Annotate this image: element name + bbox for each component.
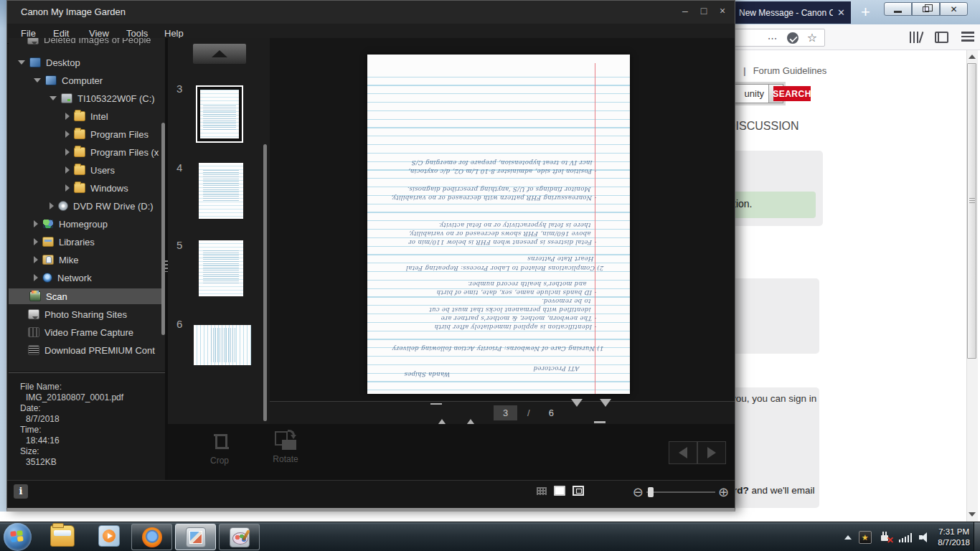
taskbar: ★ ✕ 7:31 PM 8/7/2018	[0, 522, 980, 551]
menu-file[interactable]: File	[21, 28, 36, 39]
tree-item-c-drive[interactable]: TI105322W0F (C:)	[9, 90, 166, 106]
wifi-signal-icon[interactable]	[899, 532, 913, 542]
zoom-slider-handle[interactable]	[648, 487, 654, 497]
bookmark-star-icon[interactable]: ☆	[807, 31, 817, 44]
page-thumbnail-4[interactable]	[199, 163, 243, 219]
zoom-out-icon[interactable]: ⊖	[633, 484, 644, 500]
expander-closed-icon[interactable]	[65, 166, 70, 174]
tree-item-desktop[interactable]: Desktop	[9, 55, 166, 70]
previous-image-button[interactable]	[669, 441, 697, 464]
expander-closed-icon[interactable]	[65, 149, 70, 156]
preview-area: ATI Proctored Wanda Shipes 1) Nursing Ca…	[270, 38, 735, 401]
tree-item-photo-sharing[interactable]: Photo Sharing Sites	[9, 306, 166, 322]
browser-minimize-button[interactable]	[884, 2, 912, 16]
expander-open-icon[interactable]	[18, 60, 25, 65]
tree-item-clipped[interactable]: Deleted Images of People	[9, 38, 166, 47]
page-thumbnail-3[interactable]	[196, 85, 243, 143]
crop-button[interactable]: Crop	[191, 428, 248, 474]
tree-item-computer[interactable]: Computer	[9, 72, 166, 88]
size-value: 3512KB	[26, 457, 57, 467]
expander-open-icon[interactable]	[50, 96, 57, 100]
tab-close-icon[interactable]: ✕	[837, 7, 845, 18]
page-thumbnail-6[interactable]	[194, 325, 251, 365]
tree-item-intel[interactable]: Intel	[9, 108, 166, 124]
zoom-slider[interactable]	[646, 491, 715, 493]
rotate-button[interactable]: Rotate	[257, 428, 314, 474]
tree-item-scan[interactable]: Scan	[9, 288, 166, 304]
menu-view[interactable]: View	[89, 28, 109, 39]
single-view-icon[interactable]	[554, 486, 565, 496]
tray-app-icon[interactable]: ★	[859, 531, 872, 544]
rotate-icon	[275, 431, 296, 450]
zoom-in-icon[interactable]: ⊕	[718, 484, 729, 500]
library-icon[interactable]	[910, 32, 924, 43]
pocket-icon[interactable]	[787, 32, 798, 44]
paint-taskbar-button[interactable]	[219, 524, 260, 550]
expander-open-icon[interactable]	[34, 78, 41, 83]
sidebar-icon[interactable]	[935, 32, 948, 43]
browser-tab[interactable]: New Message - Canon Co ✕	[732, 1, 851, 24]
first-page-button[interactable]	[436, 407, 448, 420]
tree-item-homegroup[interactable]: Homegroup	[9, 216, 166, 232]
tree-item-network[interactable]: Network	[9, 270, 166, 286]
maximize-button[interactable]: □	[697, 4, 710, 18]
next-image-button[interactable]	[697, 441, 726, 464]
fit-view-icon[interactable]	[573, 486, 584, 496]
address-bar[interactable]: ⋯ ☆	[727, 29, 825, 47]
title-bar[interactable]: Canon My Image Garden – □ ×	[7, 1, 735, 24]
network-plug-icon[interactable]: ✕	[879, 531, 892, 544]
firefox-taskbar-button[interactable]	[131, 524, 172, 550]
expander-closed-icon[interactable]	[50, 202, 54, 209]
tree-item-libraries[interactable]: Libraries	[9, 234, 166, 250]
browser-restore-button[interactable]	[912, 2, 940, 16]
minimize-button[interactable]: –	[679, 4, 692, 18]
menu-tools[interactable]: Tools	[126, 28, 148, 39]
last-page-button[interactable]	[600, 407, 611, 420]
scroll-down-arrow[interactable]	[969, 512, 976, 517]
handwriting-upside-down: ATI Proctored Wanda Shipes 1) Nursing Ca…	[367, 55, 630, 394]
close-button[interactable]: ×	[716, 4, 729, 18]
tree-item-windows[interactable]: Windows	[9, 180, 166, 196]
menu-hamburger-icon[interactable]	[961, 32, 974, 42]
menu-edit[interactable]: Edit	[53, 28, 69, 39]
show-desktop-button[interactable]	[974, 522, 980, 551]
expander-closed-icon[interactable]	[65, 184, 70, 192]
page-thumbnail-5[interactable]	[199, 240, 243, 296]
volume-icon[interactable]	[919, 532, 930, 542]
expander-closed-icon[interactable]	[65, 131, 70, 138]
thumbnail-scrollbar[interactable]	[263, 144, 267, 421]
tree-item-download-premium[interactable]: Download PREMIUM Cont	[9, 342, 166, 358]
my-image-garden-taskbar-button[interactable]	[175, 524, 216, 550]
info-button[interactable]: i	[14, 484, 28, 499]
menu-help[interactable]: Help	[164, 28, 184, 39]
expander-closed-icon[interactable]	[34, 256, 38, 263]
expander-closed-icon[interactable]	[34, 220, 38, 227]
search-button[interactable]: SEARCH	[773, 86, 811, 101]
next-page-button[interactable]	[571, 407, 583, 420]
scrollbar-thumb[interactable]	[967, 63, 976, 359]
tree-item-dvd-drive[interactable]: DVD RW Drive (D:)	[9, 198, 166, 214]
browser-close-button[interactable]: ✕	[940, 2, 968, 16]
tree-item-program-files-x86[interactable]: Program Files (x	[9, 144, 166, 160]
thumbnail-scroll-up-button[interactable]	[193, 44, 246, 64]
explorer-taskbar-icon[interactable]	[50, 525, 75, 547]
tree-item-video-frame-capture[interactable]: Video Frame Capture	[9, 324, 166, 340]
tree-item-program-files[interactable]: Program Files	[9, 126, 166, 142]
tree-item-users[interactable]: Users	[9, 162, 166, 178]
current-page-input[interactable]: 3	[494, 405, 517, 420]
previous-page-button[interactable]	[465, 407, 476, 420]
expander-closed-icon[interactable]	[34, 274, 38, 281]
expander-closed-icon[interactable]	[34, 238, 38, 245]
taskbar-clock[interactable]: 7:31 PM 8/7/2018	[938, 527, 970, 548]
page-actions-icon[interactable]: ⋯	[768, 32, 778, 44]
new-tab-button[interactable]: +	[861, 3, 870, 22]
scanned-page[interactable]: ATI Proctored Wanda Shipes 1) Nursing Ca…	[367, 55, 630, 394]
grid-view-icon[interactable]	[537, 487, 547, 495]
start-button[interactable]	[4, 523, 32, 551]
show-hidden-icons-button[interactable]	[844, 535, 852, 540]
expander-closed-icon[interactable]	[65, 113, 70, 120]
forum-guidelines-link[interactable]: |Forum Guidelines	[743, 65, 826, 76]
tree-item-mike[interactable]: Mike	[9, 252, 166, 268]
scroll-up-arrow[interactable]	[969, 55, 976, 59]
media-player-taskbar-icon[interactable]	[98, 525, 120, 547]
